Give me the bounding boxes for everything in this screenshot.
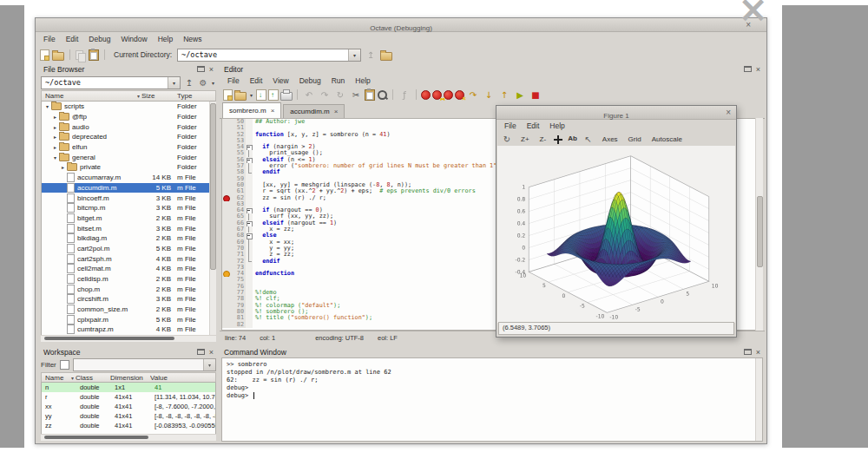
- rotate-icon[interactable]: ↻: [500, 133, 514, 147]
- step-over-icon[interactable]: ↷: [466, 88, 480, 102]
- figure-menu-edit[interactable]: Edit: [522, 121, 545, 130]
- continue-icon[interactable]: ▶: [513, 88, 527, 102]
- command-window-scrollbar[interactable]: [755, 358, 762, 441]
- expand-icon[interactable]: ▸: [51, 144, 59, 150]
- command-window-content[interactable]: >> sombrerostopped in /n/plot/draw/sombr…: [221, 357, 763, 442]
- file-row-private[interactable]: ▸privateFolder: [42, 162, 215, 173]
- insert-text-icon[interactable]: Ab: [567, 132, 578, 148]
- file-browser-path-combo[interactable]: ~/octave ▾: [41, 76, 181, 89]
- column-header-type[interactable]: Type: [171, 92, 215, 100]
- editor-menu-view[interactable]: View: [267, 76, 293, 85]
- file-row-blkdiag.m[interactable]: blkdiag.m2 KBm File: [42, 233, 215, 244]
- paste-icon[interactable]: [89, 49, 99, 61]
- breakpoint-margin[interactable]: [222, 188, 230, 194]
- breakpoint-margin[interactable]: [222, 259, 230, 265]
- fold-margin[interactable]: [246, 233, 253, 239]
- column-header-name[interactable]: Name: [42, 92, 135, 100]
- grid-button[interactable]: Grid: [625, 133, 645, 147]
- remove-breakpoints-icon[interactable]: [455, 90, 464, 100]
- close-icon[interactable]: ×: [209, 65, 214, 74]
- undo-icon[interactable]: ↶: [302, 88, 316, 102]
- tab-sombrero.m[interactable]: sombrero.m×: [222, 102, 281, 118]
- figure-plot-canvas[interactable]: [497, 146, 735, 323]
- breakpoint-margin[interactable]: [222, 246, 230, 252]
- workspace-row-xx[interactable]: xxdouble41x41[-8, -7.6000, -7.2000, -6.8…: [42, 402, 215, 411]
- stop-icon[interactable]: ■: [529, 88, 542, 102]
- file-row-cart2sph.m[interactable]: cart2sph.m4 KBm File: [42, 253, 215, 264]
- figure-menu-file[interactable]: File: [499, 121, 522, 130]
- previous-breakpoint-icon[interactable]: [444, 90, 453, 100]
- select-icon[interactable]: ↖: [582, 133, 595, 147]
- file-row-accumarray.m[interactable]: accumarray.m14 KBm File: [42, 173, 215, 183]
- breakpoint-margin[interactable]: [222, 252, 230, 258]
- up-directory-icon[interactable]: ↥: [364, 48, 378, 62]
- breakpoint-margin[interactable]: [222, 213, 230, 220]
- tab-close-icon[interactable]: ×: [271, 107, 275, 115]
- current-directory-dropdown-icon[interactable]: ▾: [348, 49, 360, 61]
- workspace-row-yy[interactable]: yydouble41x41[-8, -8, -8, -8, -8, -8, -8…: [42, 411, 215, 421]
- fold-margin[interactable]: [246, 207, 253, 213]
- breakpoint-margin[interactable]: [222, 132, 230, 138]
- file-row-celldisp.m[interactable]: celldisp.m2 KBm File: [42, 274, 215, 285]
- file-row-circshift.m[interactable]: circshift.m3 KBm File: [42, 294, 215, 305]
- open-file-dropdown[interactable]: ▾: [248, 88, 254, 102]
- column-header-name[interactable]: Name: [42, 374, 69, 382]
- column-header-size[interactable]: Size: [141, 92, 171, 100]
- expand-icon[interactable]: ▸: [51, 134, 59, 140]
- breakpoint-margin[interactable]: [222, 176, 230, 182]
- file-row-cplxpair.m[interactable]: cplxpair.m5 KBm File: [42, 314, 215, 324]
- file-row-bitget.m[interactable]: bitget.m2 KBm File: [42, 213, 215, 224]
- current-directory-combo[interactable]: ~/octave ▾: [177, 49, 361, 62]
- refresh-icon[interactable]: ↻: [333, 88, 347, 102]
- new-script-icon[interactable]: [223, 89, 233, 101]
- figure-menu-help[interactable]: Help: [544, 121, 569, 130]
- file-row-cumtrapz.m[interactable]: cumtrapz.m4 KBm File: [42, 324, 215, 335]
- up-directory-icon[interactable]: ↥: [182, 75, 196, 89]
- toggle-breakpoint-icon[interactable]: [421, 90, 431, 100]
- file-row-elfun[interactable]: ▸elfunFolder: [42, 142, 215, 153]
- zoom-out-button[interactable]: Z-: [536, 133, 550, 147]
- breakpoint-margin[interactable]: [222, 201, 230, 207]
- breakpoint-margin[interactable]: [222, 309, 230, 315]
- breakpoint-margin[interactable]: [222, 290, 230, 296]
- find-icon[interactable]: [377, 89, 388, 101]
- workspace-row-zz[interactable]: zzdouble41x41[-0.083953, -0.090556, -0..…: [42, 421, 215, 430]
- fold-margin[interactable]: [246, 220, 253, 226]
- file-tree-horizontal-scrollbar[interactable]: [41, 335, 216, 342]
- breakpoint-margin[interactable]: [222, 119, 230, 125]
- menu-window[interactable]: Window: [115, 35, 152, 43]
- file-row-audio[interactable]: ▸audioFolder: [42, 121, 215, 132]
- breakpoint-margin[interactable]: [222, 284, 230, 290]
- file-row-general[interactable]: ▾generalFolder: [42, 152, 215, 162]
- breakpoint-margin[interactable]: [222, 220, 230, 226]
- folder-actions-icon[interactable]: ⚙: [196, 75, 210, 89]
- open-file-icon[interactable]: [234, 92, 247, 101]
- breakpoint-margin[interactable]: [222, 157, 230, 163]
- browse-directory-icon[interactable]: [380, 52, 392, 61]
- cut-icon[interactable]: ✂: [349, 88, 363, 102]
- file-browser-path-dropdown-icon[interactable]: ▾: [168, 77, 180, 88]
- breakpoint-margin[interactable]: [222, 125, 230, 131]
- filter-dropdown-icon[interactable]: ▾: [203, 359, 215, 370]
- file-row-common_size.m[interactable]: common_size.m2 KBm File: [42, 305, 215, 315]
- breakpoint-margin[interactable]: [222, 296, 230, 302]
- editor-menu-file[interactable]: File: [222, 76, 245, 85]
- pan-icon[interactable]: [553, 134, 563, 145]
- figure-close-icon[interactable]: ×: [726, 106, 731, 119]
- breakpoint-margin[interactable]: [222, 271, 230, 277]
- close-icon[interactable]: ×: [756, 348, 760, 357]
- file-row-scripts[interactable]: ▾scriptsFolder: [42, 102, 215, 112]
- expand-icon[interactable]: ▸: [51, 114, 59, 120]
- tab-accumdim.m[interactable]: accumdim.m×: [283, 104, 345, 118]
- breakpoint-margin[interactable]: [222, 207, 230, 213]
- autoscale-button[interactable]: Autoscale: [648, 133, 686, 147]
- page-close-icon[interactable]: ×: [738, 0, 768, 28]
- workspace-row-r[interactable]: rdouble41x41[11.314, 11.034, 10.763, ...: [42, 392, 215, 402]
- new-script-icon[interactable]: [40, 49, 49, 61]
- breakpoint-margin[interactable]: [222, 150, 230, 156]
- file-row-bincoeff.m[interactable]: bincoeff.m3 KBm File: [42, 193, 215, 203]
- breakpoint-margin[interactable]: [222, 195, 230, 201]
- column-header-class[interactable]: Class: [76, 374, 110, 382]
- file-row-accumdim.m[interactable]: accumdim.m5 KBm File: [42, 183, 215, 193]
- breakpoint-margin[interactable]: [222, 322, 230, 328]
